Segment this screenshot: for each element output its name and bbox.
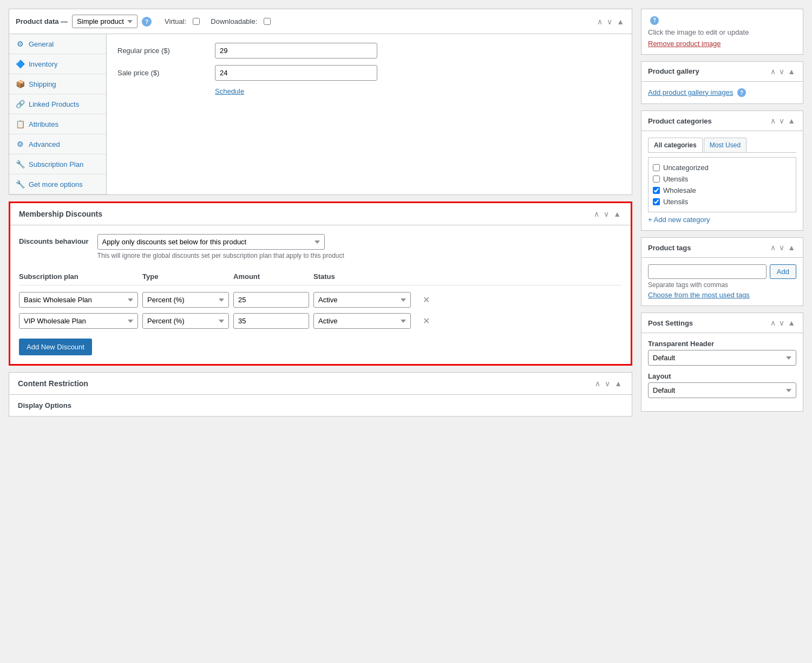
category-checkbox-utensils[interactable]	[653, 176, 660, 183]
post-settings-arrow-expand[interactable]: ▲	[787, 318, 796, 327]
arrow-down-btn[interactable]: ∨	[606, 17, 613, 26]
add-gallery-images-link[interactable]: Add product gallery images	[648, 88, 734, 96]
product-categories-title: Product categories	[648, 117, 712, 125]
tab-all-categories[interactable]: All categories	[648, 138, 703, 152]
layout-select[interactable]: Default Full Width Boxed	[648, 382, 796, 398]
post-settings-arrow-up[interactable]: ∧	[769, 318, 777, 327]
regular-price-input[interactable]	[215, 43, 377, 58]
product-type-select[interactable]: Simple product	[72, 15, 137, 28]
subscription-icon: 🔧	[16, 160, 24, 168]
tags-add-button[interactable]: Add	[770, 264, 796, 279]
linked-products-icon: 🔗	[16, 100, 24, 108]
gallery-arrow-expand[interactable]: ▲	[787, 67, 796, 76]
list-item: Uncategorized	[653, 162, 791, 173]
categories-arrow-down[interactable]: ∨	[778, 116, 785, 125]
discount-status-select-2[interactable]: Active Inactive	[313, 313, 411, 329]
cr-arrow-down[interactable]: ∨	[604, 379, 611, 388]
cr-arrows: ∧ ∨ ▲	[594, 379, 623, 388]
tags-input-row: Add	[648, 264, 796, 279]
category-checkbox-uncategorized[interactable]	[653, 164, 660, 171]
membership-arrows: ∧ ∨ ▲	[593, 210, 622, 218]
discount-amount-input-1[interactable]	[233, 292, 309, 308]
schedule-link[interactable]: Schedule	[215, 87, 244, 95]
remove-product-image-link[interactable]: Remove product image	[648, 40, 721, 48]
category-checkbox-utensils-2[interactable]	[653, 198, 660, 205]
product-data-arrows: ∧ ∨ ▲	[596, 17, 625, 26]
gallery-help-icon[interactable]: ?	[737, 88, 746, 97]
membership-arrow-expand[interactable]: ▲	[612, 210, 622, 218]
nav-item-inventory[interactable]: 🔷 Inventory	[9, 54, 106, 74]
virtual-label: Virtual:	[165, 17, 186, 25]
membership-arrow-up[interactable]: ∧	[593, 210, 600, 218]
product-tags-arrows: ∧ ∨ ▲	[769, 243, 796, 252]
gallery-arrow-up[interactable]: ∧	[769, 67, 777, 76]
discount-plan-select-2[interactable]: Basic Wholesale Plan VIP Wholesale Plan	[19, 313, 138, 329]
discount-type-select-2[interactable]: Percent (%) Fixed ($)	[142, 313, 229, 329]
content-restriction-panel: Content Restriction ∧ ∨ ▲ Display Option…	[9, 372, 632, 417]
remove-discount-btn-2[interactable]: ✕	[415, 316, 437, 326]
downloadable-checkbox[interactable]	[264, 18, 271, 25]
category-label-uncategorized: Uncategorized	[663, 164, 709, 172]
cr-arrow-expand[interactable]: ▲	[613, 379, 623, 388]
category-checkbox-wholesale[interactable]	[653, 187, 660, 194]
transparent-header-select[interactable]: Default Yes No	[648, 350, 796, 366]
tab-most-used[interactable]: Most Used	[704, 138, 746, 152]
discount-amount-input-2[interactable]	[233, 313, 309, 329]
nav-label-general: General	[29, 40, 54, 48]
gallery-arrow-down[interactable]: ∨	[778, 67, 785, 76]
product-gallery-body: Add product gallery images ?	[641, 82, 803, 104]
nav-item-linked-products[interactable]: 🔗 Linked Products	[9, 94, 106, 114]
tags-arrow-down[interactable]: ∨	[778, 243, 785, 252]
nav-item-shipping[interactable]: 📦 Shipping	[9, 74, 106, 94]
membership-arrow-down[interactable]: ∨	[603, 210, 610, 218]
categories-arrow-up[interactable]: ∧	[769, 116, 777, 125]
nav-label-shipping: Shipping	[29, 80, 56, 88]
discount-row-2: Basic Wholesale Plan VIP Wholesale Plan …	[19, 313, 622, 329]
arrow-expand-btn[interactable]: ▲	[615, 17, 625, 26]
regular-price-row: Regular price ($)	[117, 43, 621, 58]
post-settings-arrow-down[interactable]: ∨	[778, 318, 785, 327]
tags-arrow-up[interactable]: ∧	[769, 243, 777, 252]
virtual-checkbox[interactable]	[193, 18, 200, 25]
category-label-wholesale: Wholesale	[663, 186, 696, 194]
discounts-behaviour-label: Discounts behaviour	[19, 234, 89, 245]
nav-item-advanced[interactable]: ⚙ Advanced	[9, 134, 106, 154]
content-restriction-title: Content Restriction	[18, 379, 594, 388]
content-restriction-body: Display Options	[9, 395, 632, 416]
tags-hint: Separate tags with commas	[648, 281, 796, 289]
nav-label-advanced: Advanced	[29, 140, 60, 148]
add-new-discount-button[interactable]: Add New Discount	[19, 339, 92, 355]
product-image-help-icon[interactable]: ?	[650, 16, 659, 25]
add-new-category-link[interactable]: + Add new category	[648, 216, 710, 224]
product-data-help-icon[interactable]: ?	[142, 17, 152, 27]
col-header-amount: Amount	[233, 272, 309, 281]
categories-arrow-expand[interactable]: ▲	[787, 116, 796, 125]
nav-item-attributes[interactable]: 📋 Attributes	[9, 114, 106, 134]
nav-item-subscription-plan[interactable]: 🔧 Subscription Plan	[9, 154, 106, 174]
discounts-behaviour-select[interactable]: Apply only discounts set below for this …	[97, 234, 325, 250]
nav-label-get-more: Get more options	[29, 180, 83, 188]
product-categories-body: All categories Most Used Uncategorized U…	[641, 131, 803, 230]
discount-type-select-1[interactable]: Percent (%) Fixed ($)	[142, 292, 229, 308]
product-categories-box: Product categories ∧ ∨ ▲ All categories …	[641, 110, 803, 231]
tags-input[interactable]	[648, 264, 767, 279]
membership-discounts-header: Membership Discounts ∧ ∨ ▲	[10, 203, 631, 225]
discount-row-1: Basic Wholesale Plan VIP Wholesale Plan …	[19, 292, 622, 308]
arrow-up-btn[interactable]: ∧	[596, 17, 604, 26]
nav-label-attributes: Attributes	[29, 120, 58, 128]
tags-arrow-expand[interactable]: ▲	[787, 243, 796, 252]
remove-discount-btn-1[interactable]: ✕	[415, 295, 437, 305]
cr-arrow-up[interactable]: ∧	[594, 379, 601, 388]
product-data-panel: Product data — Simple product ? Virtual:…	[9, 9, 632, 195]
discount-plan-select-1[interactable]: Basic Wholesale Plan VIP Wholesale Plan	[19, 292, 138, 308]
sale-price-input[interactable]	[215, 65, 377, 81]
product-image-body: ? Click the image to edit or update Remo…	[641, 9, 803, 54]
category-list: Uncategorized Utensils Wholesale Utensil…	[648, 157, 796, 212]
nav-item-general[interactable]: ⚙ General	[9, 34, 106, 54]
nav-item-get-more-options[interactable]: 🔧 Get more options	[9, 174, 106, 194]
attributes-icon: 📋	[16, 120, 24, 128]
product-tags-header: Product tags ∧ ∨ ▲	[641, 238, 803, 258]
discount-status-select-1[interactable]: Active Inactive	[313, 292, 411, 308]
tags-most-used-link[interactable]: Choose from the most used tags	[648, 291, 750, 299]
discounts-behaviour-right: Apply only discounts set below for this …	[97, 234, 622, 259]
